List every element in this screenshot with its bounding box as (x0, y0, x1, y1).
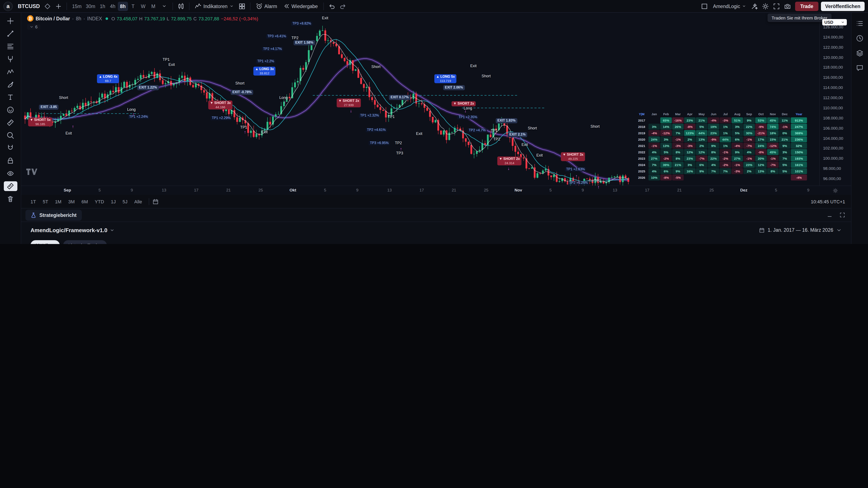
time-axis[interactable]: Sep5913172125Okt5913172125Nov5913172125D… (21, 186, 819, 195)
heatmap-year-total: -4% (791, 174, 807, 181)
app-logo[interactable]: a (3, 1, 13, 11)
panel-tabbar: Strategiebericht (21, 208, 851, 222)
heatmap-cell: -1% (743, 156, 755, 161)
heatmap-cell: -1% (648, 143, 660, 149)
heatmap-cell: 21% (672, 162, 684, 168)
go-to-date-icon[interactable] (153, 198, 158, 204)
settings-gear-icon[interactable] (761, 1, 771, 11)
magic-wand-icon[interactable] (749, 1, 760, 11)
history-icon[interactable] (854, 33, 865, 43)
pattern-tool-icon[interactable] (4, 67, 17, 77)
zoom-tool-icon[interactable] (4, 130, 17, 140)
date-range-button[interactable]: 1. Jan. 2017 — 16. März 2026 (759, 227, 842, 233)
range-3M[interactable]: 3M (65, 198, 78, 205)
timeframe-1h[interactable]: 1h (97, 1, 107, 11)
tab-metrics[interactable]: Metriken (31, 240, 60, 244)
range-6M[interactable]: 6M (78, 198, 92, 205)
crosshair-tool-icon[interactable] (4, 16, 17, 26)
range-1J[interactable]: 1J (107, 198, 119, 205)
strategy-icon (31, 212, 36, 218)
heatmap-month-header: Jun (708, 111, 719, 117)
watchlist-icon[interactable] (854, 19, 865, 28)
range-1T[interactable]: 1T (27, 198, 39, 205)
heatmap-cell: 10% (648, 174, 660, 181)
timeframe-menu-icon[interactable] (159, 1, 169, 11)
symbol-search-button[interactable]: BTCUSD (16, 3, 41, 9)
alert-button[interactable]: Alarm (253, 1, 280, 11)
panel-maximize-icon[interactable] (837, 210, 847, 220)
range-5T[interactable]: 5T (39, 198, 52, 205)
tab-strategy-report[interactable]: Strategiebericht (25, 209, 82, 221)
add-symbol-icon[interactable] (53, 1, 64, 11)
pitchfork-tool-icon[interactable] (4, 54, 17, 64)
time-label: 25 (484, 188, 488, 192)
snapshot-camera-icon[interactable] (782, 1, 793, 11)
brush-tool-icon[interactable] (4, 79, 17, 89)
timeframe-M[interactable]: M (148, 1, 158, 11)
trash-tool-icon[interactable] (4, 194, 17, 204)
chart-legend[interactable]: ₿ Bitcoin / Dollar · 8h · INDEX O73.458,… (27, 15, 258, 22)
broker-currency-select[interactable]: USD (822, 19, 847, 25)
time-label: Okt (289, 188, 296, 192)
layers-icon[interactable] (854, 48, 865, 58)
layout-icon[interactable] (700, 1, 710, 11)
tab-trades-list[interactable]: Liste der Trades (63, 240, 107, 244)
interval-label: 8h (76, 16, 82, 21)
report-layout-icon[interactable] (827, 240, 836, 244)
replay-button[interactable]: Wiedergabe (281, 1, 320, 11)
panel-minimize-icon[interactable] (825, 210, 834, 220)
trendline-tool-icon[interactable] (4, 29, 17, 38)
heatmap-cell: 2% (696, 143, 707, 149)
axis-settings-icon[interactable] (833, 188, 838, 193)
indicator-templates-icon[interactable] (237, 1, 247, 11)
lock-tool-icon[interactable] (4, 156, 17, 166)
heatmap-cell (779, 174, 790, 181)
heatmap-cell: 1% (720, 124, 731, 130)
heatmap-cell: 21% (779, 136, 790, 142)
heatmap-cell: 22% (743, 124, 755, 130)
publish-button[interactable]: Veröffentlichen (821, 1, 865, 11)
timeframe-W[interactable]: W (138, 1, 148, 11)
price-label: 120.000,00 (823, 55, 843, 60)
heatmap-cell: -7% (696, 156, 707, 161)
heatmap-year: 2019 (635, 130, 648, 136)
undo-icon[interactable] (327, 1, 337, 11)
tradingview-logo[interactable] (26, 169, 37, 177)
emoji-tool-icon[interactable] (4, 105, 17, 115)
fullscreen-icon[interactable] (771, 1, 781, 11)
eye-tool-icon[interactable] (4, 169, 17, 178)
measure-tool-icon[interactable] (4, 181, 17, 191)
right-toolbar (851, 13, 868, 244)
price-label: 98.000,00 (823, 166, 841, 171)
indicators-button[interactable]: Indikatoren (192, 1, 236, 11)
range-1M[interactable]: 1M (52, 198, 65, 205)
timeframe-15m[interactable]: 15m (70, 1, 84, 11)
timeframe-30m[interactable]: 30m (84, 1, 97, 11)
timeframe-T[interactable]: T (128, 1, 138, 11)
heatmap-month-header: Mar (672, 111, 684, 117)
timeframe-8h[interactable]: 8h (118, 1, 128, 11)
time-label: 13 (387, 188, 392, 192)
ruler-tool-icon[interactable] (4, 118, 17, 128)
heatmap-cell: 14% (660, 124, 672, 130)
price-axis[interactable]: 126.000,00124.000,00122.000,00120.000,00… (819, 13, 851, 186)
range-Alle[interactable]: Alle (131, 198, 146, 205)
legend-collapse-button[interactable]: 6 (27, 24, 40, 30)
range-YTD[interactable]: YTD (91, 198, 107, 205)
text-tool-icon[interactable] (4, 92, 17, 102)
trade-button[interactable]: Trade (795, 1, 818, 11)
chat-icon[interactable] (854, 63, 865, 72)
timeframe-4h[interactable]: 4h (107, 1, 118, 11)
layout-name-button[interactable]: AmendLogic (711, 1, 749, 11)
heatmap-cell: 23% (684, 156, 695, 161)
redo-icon[interactable] (338, 1, 348, 11)
compare-symbol-icon[interactable] (42, 1, 53, 11)
fib-tool-icon[interactable] (4, 41, 17, 51)
time-label: 9 (356, 188, 359, 192)
magnet-tool-icon[interactable] (4, 143, 17, 153)
heatmap-cell: 22% (708, 156, 719, 161)
strategy-name-dropdown[interactable]: AmendLogic/Framework-v1.0 (31, 227, 115, 233)
chart-style-icon[interactable] (176, 1, 186, 11)
range-5J[interactable]: 5J (119, 198, 131, 205)
clock[interactable]: 10:45:45 UTC+1 (811, 199, 845, 204)
